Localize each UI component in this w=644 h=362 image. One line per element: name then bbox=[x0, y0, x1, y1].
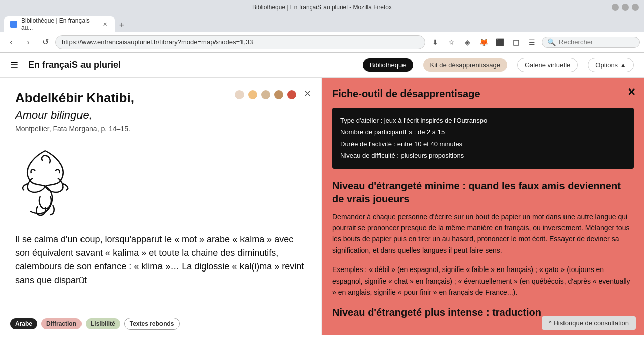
info-box: Type d'atelier : jeux à l'écrit inspirés… bbox=[332, 108, 634, 169]
chevron-down-icon: ▲ bbox=[620, 61, 626, 69]
color-dots bbox=[235, 90, 296, 99]
title-bar: Bibliothèque | En françaiS au pluriel - … bbox=[0, 0, 644, 14]
firefox-icon[interactable]: 🦊 bbox=[476, 35, 491, 49]
address-bar: ‹ › ↺ ⬇ ☆ ◈ 🦊 ⬛ ◫ ☰ 🔍 bbox=[0, 32, 644, 52]
app-title: En françaiS au pluriel bbox=[28, 60, 121, 70]
section1-text2: Exemples : « débil » (en espagnol, signi… bbox=[332, 264, 634, 298]
extension-icon[interactable]: ⬛ bbox=[493, 35, 507, 49]
tag-lisibilite[interactable]: Lisibilité bbox=[86, 318, 120, 329]
app-header: ☰ En françaiS au pluriel Bibliothèque Ki… bbox=[0, 53, 644, 78]
info-line-1: Type d'atelier : jeux à l'écrit inspirés… bbox=[340, 115, 626, 126]
close-left-button[interactable]: ✕ bbox=[304, 88, 311, 99]
book-title: Amour bilingue, bbox=[15, 109, 306, 122]
menu-icon[interactable]: ☰ bbox=[525, 35, 539, 49]
bottom-tags: Arabe Diffraction Lisibilité Textes rebo… bbox=[10, 318, 180, 330]
new-tab-button[interactable]: + bbox=[115, 18, 129, 32]
pocket-icon[interactable]: ◈ bbox=[460, 35, 474, 49]
galerie-button[interactable]: Galerie virtuelle bbox=[517, 58, 578, 72]
favicon bbox=[10, 21, 17, 28]
tag-diffraction[interactable]: Diffraction bbox=[41, 318, 82, 329]
options-label: Options bbox=[595, 61, 618, 69]
reload-button[interactable]: ↺ bbox=[38, 35, 52, 49]
search-input[interactable] bbox=[559, 38, 634, 46]
tab-bar: Bibliothèque | En français au... ✕ + bbox=[0, 14, 644, 32]
dot-4[interactable] bbox=[274, 90, 283, 99]
historique-button[interactable]: ^ Historique de consultation bbox=[542, 316, 636, 330]
maximize-btn[interactable] bbox=[622, 4, 629, 11]
downloads-icon[interactable]: ⬇ bbox=[428, 35, 442, 49]
right-panel: ✕ Fiche-outil de désapprentisage Type d'… bbox=[322, 78, 644, 335]
main-content: ✕ Abdelkébir Khatibi, Amour bilingue, Mo… bbox=[0, 78, 644, 335]
options-button[interactable]: Options ▲ bbox=[588, 58, 634, 72]
toolbar-icons: ⬇ ☆ ◈ 🦊 ⬛ ◫ ☰ bbox=[428, 35, 539, 49]
tab-label: Bibliothèque | En français au... bbox=[21, 17, 97, 31]
hamburger-button[interactable]: ☰ bbox=[10, 60, 18, 71]
book-text: Il se calma d'un coup, lorsqu'apparut le… bbox=[15, 233, 306, 287]
search-box: 🔍 bbox=[542, 37, 640, 48]
bibliotheque-button[interactable]: Bibliothèque bbox=[363, 58, 413, 72]
browser-tab[interactable]: Bibliothèque | En français au... ✕ bbox=[4, 16, 115, 32]
forward-button[interactable]: › bbox=[21, 35, 35, 49]
left-panel: ✕ Abdelkébir Khatibi, Amour bilingue, Mo… bbox=[0, 78, 322, 335]
fiche-title: Fiche-outil de désapprentisage bbox=[332, 88, 634, 100]
book-info: Montpellier, Fata Morgana, p. 14–15. bbox=[15, 125, 306, 133]
search-icon: 🔍 bbox=[547, 38, 556, 46]
window-title: Bibliothèque | En françaiS au pluriel - … bbox=[252, 4, 392, 11]
browser-chrome: Bibliothèque | En françaiS au pluriel - … bbox=[0, 0, 644, 53]
dot-5[interactable] bbox=[287, 90, 296, 99]
arabic-calligraphy-image bbox=[15, 141, 75, 221]
minimize-btn[interactable] bbox=[612, 4, 619, 11]
tab-close-icon[interactable]: ✕ bbox=[101, 20, 109, 28]
info-line-2: Nombre de participantEs : de 2 à 15 bbox=[340, 126, 626, 138]
section1-title: Niveau d'étrangeté minime : quand les fa… bbox=[332, 179, 634, 205]
profile-icon[interactable]: ◫ bbox=[509, 35, 523, 49]
info-line-3: Durée de l'activité : entre 10 et 40 min… bbox=[340, 138, 626, 150]
tag-textes-rebonds[interactable]: Textes rebonds bbox=[124, 318, 180, 330]
tag-arabe[interactable]: Arabe bbox=[10, 318, 37, 329]
section1-text1: Demander à chaque personne d'écrire sur … bbox=[332, 211, 634, 256]
close-right-button[interactable]: ✕ bbox=[627, 86, 636, 98]
close-btn[interactable] bbox=[632, 4, 639, 11]
bookmark-icon[interactable]: ☆ bbox=[444, 35, 458, 49]
dot-2[interactable] bbox=[248, 90, 257, 99]
dot-1[interactable] bbox=[235, 90, 244, 99]
dot-3[interactable] bbox=[261, 90, 270, 99]
window-controls bbox=[612, 4, 639, 11]
url-input[interactable] bbox=[55, 35, 425, 49]
back-button[interactable]: ‹ bbox=[4, 35, 18, 49]
kit-button[interactable]: Kit de désapprentissage bbox=[423, 58, 507, 72]
info-line-4: Niveau de difficulté : plusieurs proposi… bbox=[340, 150, 626, 161]
